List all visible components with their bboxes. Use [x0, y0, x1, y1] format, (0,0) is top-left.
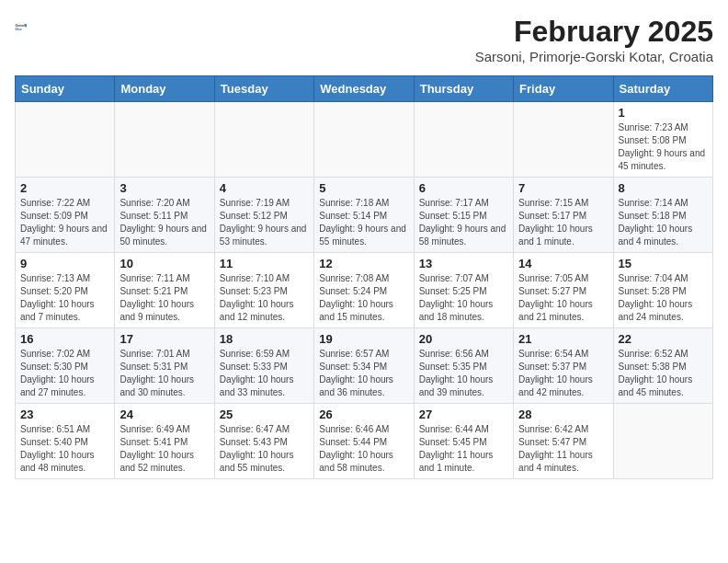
- calendar-header-tuesday: Tuesday: [214, 76, 313, 102]
- day-number: 27: [419, 408, 508, 421]
- day-number: 5: [319, 181, 408, 195]
- day-number: 1: [619, 106, 708, 120]
- calendar-week-5: 23Sunrise: 6:51 AM Sunset: 5:40 PM Dayli…: [16, 404, 713, 479]
- day-number: 13: [419, 257, 508, 270]
- day-detail: Sunrise: 7:07 AM Sunset: 5:25 PM Dayligh…: [419, 272, 508, 324]
- day-number: 20: [419, 332, 508, 346]
- day-number: 14: [518, 257, 608, 270]
- calendar-cell: 23Sunrise: 6:51 AM Sunset: 5:40 PM Dayli…: [16, 404, 115, 479]
- calendar-header-thursday: Thursday: [414, 76, 513, 102]
- day-detail: Sunrise: 6:57 AM Sunset: 5:34 PM Dayligh…: [319, 348, 408, 399]
- day-detail: Sunrise: 6:51 AM Sunset: 5:40 PM Dayligh…: [20, 423, 109, 475]
- calendar-cell: 26Sunrise: 6:46 AM Sunset: 5:44 PM Dayli…: [314, 404, 414, 479]
- calendar-cell: 6Sunrise: 7:17 AM Sunset: 5:15 PM Daylig…: [414, 178, 513, 253]
- calendar-cell: 16Sunrise: 7:02 AM Sunset: 5:30 PM Dayli…: [16, 328, 115, 404]
- month-year-title: February 2025: [475, 15, 713, 49]
- calendar-cell: 21Sunrise: 6:54 AM Sunset: 5:37 PM Dayli…: [514, 328, 613, 404]
- calendar-week-2: 2Sunrise: 7:22 AM Sunset: 5:09 PM Daylig…: [16, 178, 713, 253]
- title-block: February 2025 Sarsoni, Primorje-Gorski K…: [475, 15, 713, 64]
- calendar-cell: 28Sunrise: 6:42 AM Sunset: 5:47 PM Dayli…: [514, 404, 613, 479]
- calendar-cell: [314, 102, 414, 178]
- day-number: 4: [220, 181, 309, 195]
- day-detail: Sunrise: 6:47 AM Sunset: 5:43 PM Dayligh…: [220, 423, 309, 475]
- calendar-cell: 4Sunrise: 7:19 AM Sunset: 5:12 PM Daylig…: [214, 178, 313, 253]
- day-number: 19: [319, 332, 408, 346]
- svg-text:Blue: Blue: [16, 28, 22, 31]
- day-number: 28: [518, 408, 608, 421]
- day-number: 24: [119, 408, 209, 421]
- day-detail: Sunrise: 7:15 AM Sunset: 5:17 PM Dayligh…: [518, 197, 608, 248]
- calendar-cell: 7Sunrise: 7:15 AM Sunset: 5:17 PM Daylig…: [514, 178, 613, 253]
- calendar-table: SundayMondayTuesdayWednesdayThursdayFrid…: [15, 75, 713, 479]
- day-number: 8: [619, 181, 708, 195]
- day-number: 21: [518, 332, 608, 346]
- day-number: 22: [619, 332, 708, 346]
- day-detail: Sunrise: 7:02 AM Sunset: 5:30 PM Dayligh…: [20, 348, 109, 399]
- day-number: 12: [319, 257, 408, 270]
- day-number: 25: [220, 408, 309, 421]
- calendar-cell: [115, 102, 214, 178]
- day-number: 3: [119, 181, 209, 195]
- day-detail: Sunrise: 7:20 AM Sunset: 5:11 PM Dayligh…: [119, 197, 209, 248]
- calendar-cell: 10Sunrise: 7:11 AM Sunset: 5:21 PM Dayli…: [115, 253, 214, 328]
- calendar-cell: 8Sunrise: 7:14 AM Sunset: 5:18 PM Daylig…: [613, 178, 712, 253]
- logo-icon: General Blue: [15, 15, 40, 40]
- day-detail: Sunrise: 6:44 AM Sunset: 5:45 PM Dayligh…: [419, 423, 508, 475]
- calendar-cell: 17Sunrise: 7:01 AM Sunset: 5:31 PM Dayli…: [115, 328, 214, 404]
- calendar-cell: 27Sunrise: 6:44 AM Sunset: 5:45 PM Dayli…: [414, 404, 513, 479]
- calendar-header-saturday: Saturday: [613, 76, 712, 102]
- day-number: 17: [119, 332, 209, 346]
- calendar-cell: 18Sunrise: 6:59 AM Sunset: 5:33 PM Dayli…: [214, 328, 313, 404]
- day-detail: Sunrise: 6:59 AM Sunset: 5:33 PM Dayligh…: [220, 348, 309, 399]
- calendar-cell: 13Sunrise: 7:07 AM Sunset: 5:25 PM Dayli…: [414, 253, 513, 328]
- day-detail: Sunrise: 7:17 AM Sunset: 5:15 PM Dayligh…: [419, 197, 508, 248]
- day-detail: Sunrise: 6:46 AM Sunset: 5:44 PM Dayligh…: [319, 423, 408, 475]
- day-number: 2: [20, 181, 109, 195]
- calendar-cell: 12Sunrise: 7:08 AM Sunset: 5:24 PM Dayli…: [314, 253, 414, 328]
- calendar-cell: 2Sunrise: 7:22 AM Sunset: 5:09 PM Daylig…: [16, 178, 115, 253]
- calendar-cell: [214, 102, 313, 178]
- day-detail: Sunrise: 7:01 AM Sunset: 5:31 PM Dayligh…: [119, 348, 209, 399]
- day-number: 23: [20, 408, 109, 421]
- day-detail: Sunrise: 7:23 AM Sunset: 5:08 PM Dayligh…: [619, 121, 708, 173]
- calendar-cell: [16, 102, 115, 178]
- logo: General Blue: [15, 15, 44, 40]
- day-detail: Sunrise: 6:42 AM Sunset: 5:47 PM Dayligh…: [518, 423, 608, 475]
- calendar-cell: 9Sunrise: 7:13 AM Sunset: 5:20 PM Daylig…: [16, 253, 115, 328]
- page-header: General Blue February 2025 Sarsoni, Prim…: [15, 15, 713, 64]
- calendar-cell: 5Sunrise: 7:18 AM Sunset: 5:14 PM Daylig…: [314, 178, 414, 253]
- day-number: 15: [619, 257, 708, 270]
- calendar-cell: 3Sunrise: 7:20 AM Sunset: 5:11 PM Daylig…: [115, 178, 214, 253]
- day-detail: Sunrise: 7:11 AM Sunset: 5:21 PM Dayligh…: [119, 272, 209, 324]
- day-number: 10: [119, 257, 209, 270]
- calendar-cell: [414, 102, 513, 178]
- day-detail: Sunrise: 6:54 AM Sunset: 5:37 PM Dayligh…: [518, 348, 608, 399]
- day-detail: Sunrise: 7:22 AM Sunset: 5:09 PM Dayligh…: [20, 197, 109, 248]
- day-number: 6: [419, 181, 508, 195]
- day-detail: Sunrise: 7:08 AM Sunset: 5:24 PM Dayligh…: [319, 272, 408, 324]
- calendar-cell: [613, 404, 712, 479]
- calendar-cell: 20Sunrise: 6:56 AM Sunset: 5:35 PM Dayli…: [414, 328, 513, 404]
- location-subtitle: Sarsoni, Primorje-Gorski Kotar, Croatia: [475, 49, 713, 64]
- day-detail: Sunrise: 6:56 AM Sunset: 5:35 PM Dayligh…: [419, 348, 508, 399]
- day-number: 11: [220, 257, 309, 270]
- calendar-cell: 1Sunrise: 7:23 AM Sunset: 5:08 PM Daylig…: [613, 102, 712, 178]
- day-number: 16: [20, 332, 109, 346]
- day-detail: Sunrise: 7:04 AM Sunset: 5:28 PM Dayligh…: [619, 272, 708, 324]
- day-detail: Sunrise: 7:10 AM Sunset: 5:23 PM Dayligh…: [220, 272, 309, 324]
- calendar-header-wednesday: Wednesday: [314, 76, 414, 102]
- calendar-cell: 24Sunrise: 6:49 AM Sunset: 5:41 PM Dayli…: [115, 404, 214, 479]
- day-detail: Sunrise: 7:13 AM Sunset: 5:20 PM Dayligh…: [20, 272, 109, 324]
- calendar-week-1: 1Sunrise: 7:23 AM Sunset: 5:08 PM Daylig…: [16, 102, 713, 178]
- day-detail: Sunrise: 6:52 AM Sunset: 5:38 PM Dayligh…: [619, 348, 708, 399]
- calendar-header-friday: Friday: [514, 76, 613, 102]
- calendar-cell: 15Sunrise: 7:04 AM Sunset: 5:28 PM Dayli…: [613, 253, 712, 328]
- calendar-week-4: 16Sunrise: 7:02 AM Sunset: 5:30 PM Dayli…: [16, 328, 713, 404]
- day-detail: Sunrise: 6:49 AM Sunset: 5:41 PM Dayligh…: [119, 423, 209, 475]
- calendar-cell: 25Sunrise: 6:47 AM Sunset: 5:43 PM Dayli…: [214, 404, 313, 479]
- calendar-header-sunday: Sunday: [16, 76, 115, 102]
- calendar-cell: 19Sunrise: 6:57 AM Sunset: 5:34 PM Dayli…: [314, 328, 414, 404]
- calendar-cell: 14Sunrise: 7:05 AM Sunset: 5:27 PM Dayli…: [514, 253, 613, 328]
- calendar-header-monday: Monday: [115, 76, 214, 102]
- day-detail: Sunrise: 7:18 AM Sunset: 5:14 PM Dayligh…: [319, 197, 408, 248]
